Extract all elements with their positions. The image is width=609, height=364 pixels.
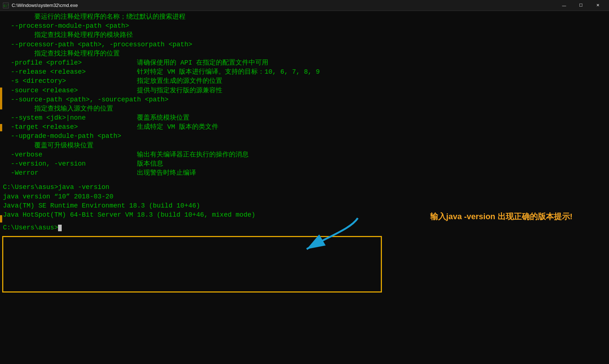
annotation-text: 输入java -version 出现正确的版本提示! [430,211,572,222]
terminal-line-2: --processor-module-path <path> [3,22,606,31]
terminal-line-5: 指定查找注释处理程序的位置 [3,49,606,58]
cmd-icon: C:\ [3,3,9,8]
terminal-line-4: --processor-path <path>, -processorpath … [3,40,606,49]
terminal-highlight-line-1: C:\Users\asus>java -version [3,183,606,192]
window-title: C:\Windows\system32\cmd.exe [12,3,78,8]
terminal-line-11: 指定查找输入源文件的位置 [3,104,606,113]
terminal-line-7: --release <release> 针对特定 VM 版本进行编译。支持的目标… [3,67,606,77]
terminal-line-6: -profile <profile> 请确保使用的 API 在指定的配置文件中可… [3,58,606,67]
terminal-line-16: -verbose 输出有关编译器正在执行的操作的消息 [3,150,606,159]
terminal-line-12: --system <jdk>|none 覆盖系统模块位置 [3,113,606,123]
terminal-line-14: --upgrade-module-path <path> [3,132,606,141]
terminal-prompt-line: C:\Users\asus> [3,223,606,232]
terminal-window[interactable]: 要运行的注释处理程序的名称；绕过默认的搜索进程 --processor-modu… [0,11,609,364]
terminal-highlight-line-3: Java(TM) SE Runtime Environment 18.3 (bu… [3,201,606,210]
left-indicator-3 [0,215,2,222]
minimize-button[interactable]: — [556,0,572,11]
terminal-line-8: -s <directory> 指定放置生成的源文件的位置 [3,77,606,86]
terminal-line-17: --version, -version 版本信息 [3,159,606,169]
left-indicator-1 [0,88,2,109]
cursor-blink [58,225,62,231]
svg-text:C:\: C:\ [4,4,8,8]
window-controls: — ☐ ✕ [556,0,606,11]
terminal-line-1: 要运行的注释处理程序的名称；绕过默认的搜索进程 [3,12,606,22]
close-button[interactable]: ✕ [589,0,606,11]
terminal-line-9: -source <release> 提供与指定发行版的源兼容性 [3,86,606,95]
terminal-line-18: -Werror 出现警告时终止编译 [3,169,606,178]
maximize-button[interactable]: ☐ [572,0,589,11]
terminal-line-15: 覆盖可升级模块位置 [3,141,606,150]
terminal-line-3: 指定查找注释处理程序的模块路径 [3,31,606,40]
terminal-line-13: -target <release> 生成特定 VM 版本的类文件 [3,123,606,132]
terminal-line-10: --source-path <path>, -sourcepath <path> [3,95,606,104]
title-bar: C:\ C:\Windows\system32\cmd.exe — ☐ ✕ [0,0,609,11]
terminal-highlight-line-2: java version “10” 2018-03-20 [3,192,606,201]
highlight-border [2,236,382,293]
left-indicator-2 [0,124,2,131]
